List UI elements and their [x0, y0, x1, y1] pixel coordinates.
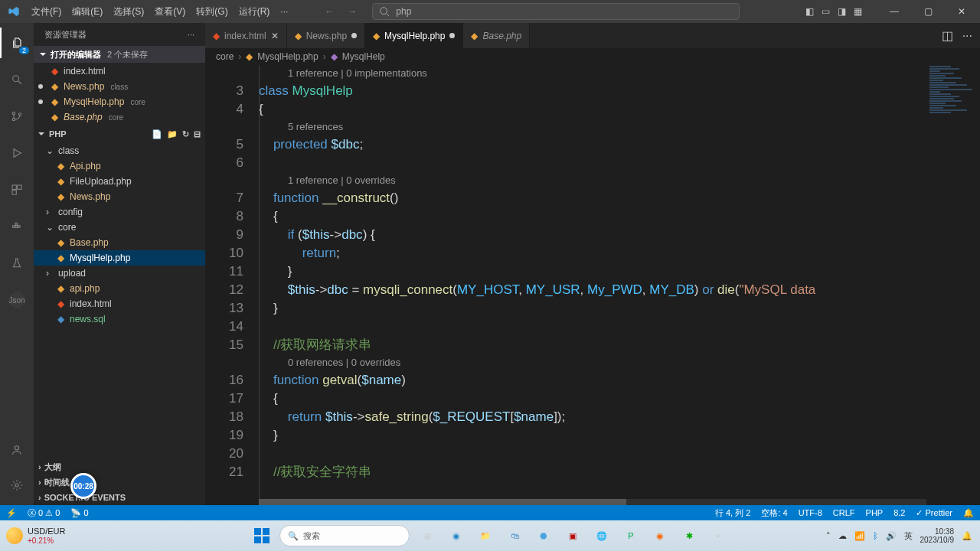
indentation[interactable]: 空格: 4	[761, 507, 787, 519]
tray-volume-icon[interactable]: 🔊	[886, 531, 897, 541]
open-editor-item[interactable]: ◆Base.phpcore	[34, 109, 205, 125]
file-item[interactable]: ◆Api.php	[34, 158, 205, 174]
code-editor[interactable]: 3 4 5 6 7 8 9 10 11 12 13 14 15 16 17 18…	[205, 65, 980, 505]
breadcrumb-item[interactable]: MysqlHelp	[342, 51, 385, 62]
refresh-icon[interactable]: ↻	[182, 129, 189, 139]
cursor-position[interactable]: 行 4, 列 2	[715, 507, 750, 519]
minimap[interactable]	[926, 65, 980, 494]
tray-bluetooth-icon[interactable]: ᛒ	[873, 531, 878, 540]
activity-scm[interactable]	[0, 101, 34, 132]
more-actions-icon[interactable]: ···	[962, 29, 972, 43]
new-folder-icon[interactable]: 📁	[167, 129, 178, 139]
file-item[interactable]: ◆Base.php	[34, 235, 205, 250]
tab-mysqlhelp-php[interactable]: ◆MysqlHelp.php	[365, 23, 463, 48]
file-item[interactable]: ◆FileUpload.php	[34, 174, 205, 189]
file-item[interactable]: ◆news.sql	[34, 311, 205, 327]
notifications-icon[interactable]: 🔔	[963, 508, 974, 518]
layout-customize-icon[interactable]: ▦	[854, 6, 862, 17]
horizontal-scrollbar[interactable]	[259, 499, 926, 505]
tray-ime-icon[interactable]: 英	[904, 530, 913, 542]
menu-view[interactable]: 查看(V)	[150, 2, 190, 21]
folder-config[interactable]: ›config	[34, 204, 205, 220]
close-icon[interactable]: ✕	[271, 31, 279, 41]
tray-onedrive-icon[interactable]: ☁	[838, 531, 847, 541]
tray-chevron-icon[interactable]: ˄	[826, 531, 831, 541]
activity-docker[interactable]	[0, 211, 34, 242]
ports[interactable]: 📡 0	[70, 508, 88, 518]
window-maximize-icon[interactable]: ▢	[913, 0, 943, 23]
activity-json[interactable]: Json	[0, 285, 34, 315]
open-editor-item[interactable]: ◆index.html	[34, 64, 205, 79]
tray-notifications-icon[interactable]: 🔔	[962, 531, 972, 541]
codelens[interactable]: 5 references	[288, 121, 343, 132]
task-view-icon[interactable]: ⊞	[416, 524, 439, 547]
workspace-root-header[interactable]: PHP 📄 📁 ↻ ⊟	[34, 126, 205, 142]
file-item[interactable]: ◆index.html	[34, 296, 205, 311]
nav-forward-icon[interactable]: →	[348, 6, 357, 17]
taskbar-app-explorer[interactable]: 📁	[474, 524, 497, 547]
menu-select[interactable]: 选择(S)	[109, 2, 149, 21]
layout-panel-icon[interactable]: ▭	[822, 6, 830, 17]
activity-search[interactable]	[0, 64, 34, 95]
codelens[interactable]: 1 reference | 0 overrides	[288, 174, 396, 186]
file-item[interactable]: ◆News.php	[34, 189, 205, 204]
problems-errors[interactable]: ⓧ 0 ⚠ 0	[28, 507, 60, 519]
taskbar-app-p[interactable]: P	[619, 524, 642, 547]
breadcrumb-item[interactable]: MysqlHelp.php	[257, 51, 318, 62]
sidebar-more-icon[interactable]: ···	[188, 30, 194, 39]
socketio-section[interactable]: ›SOCKET.IO EVENTS	[34, 490, 205, 505]
command-center-search[interactable]: php	[372, 3, 740, 20]
file-item[interactable]: ◆api.php	[34, 281, 205, 296]
tab-index-html[interactable]: ◆index.html✕	[205, 23, 287, 48]
activity-debug[interactable]	[0, 138, 34, 168]
breadcrumb-item[interactable]: core	[216, 51, 234, 62]
encoding[interactable]: UTF-8	[799, 508, 822, 517]
start-button[interactable]	[250, 524, 273, 547]
taskbar-search[interactable]: 🔍搜索	[279, 525, 410, 546]
split-editor-icon[interactable]: ◫	[942, 28, 953, 43]
activity-explorer[interactable]: 2	[0, 28, 34, 58]
remote-indicator[interactable]: ⚡	[6, 508, 17, 518]
taskbar-app-wechat[interactable]: ✱	[678, 524, 701, 547]
taskbar-app-edge[interactable]: ◉	[445, 524, 468, 547]
menu-overflow[interactable]: ···	[274, 3, 294, 20]
taskbar-app-store[interactable]: 🛍	[503, 524, 526, 547]
taskbar-app-filezilla[interactable]: ▣	[561, 524, 584, 547]
activity-account[interactable]	[0, 435, 34, 465]
timeline-section[interactable]: ›时间线	[34, 474, 205, 490]
codelens[interactable]: 1 reference | 0 implementations	[288, 67, 427, 79]
activity-test[interactable]	[0, 248, 34, 279]
file-item-selected[interactable]: ◆MysqlHelp.php	[34, 250, 205, 266]
php-version[interactable]: 8.2	[893, 508, 905, 517]
folder-class[interactable]: ⌄class	[34, 143, 205, 158]
outline-section[interactable]: ›大纲	[34, 459, 205, 474]
eol[interactable]: CRLF	[833, 508, 855, 517]
menu-goto[interactable]: 转到(G)	[191, 2, 232, 21]
prettier[interactable]: ✓ Prettier	[916, 508, 952, 518]
scrollbar-thumb[interactable]	[259, 499, 626, 505]
taskbar-app-chrome[interactable]: 🌐	[590, 524, 613, 547]
tray-network-icon[interactable]: 📶	[854, 531, 865, 541]
taskbar-app-postman[interactable]: ◉	[648, 524, 671, 547]
folder-core[interactable]: ⌄core	[34, 220, 205, 235]
nav-back-icon[interactable]: ←	[325, 6, 334, 17]
breadcrumb[interactable]: core› ◆MysqlHelp.php› ◆MysqlHelp	[205, 48, 980, 65]
activity-extensions[interactable]	[0, 174, 34, 205]
layout-sidebar-right-icon[interactable]: ◨	[838, 6, 846, 17]
menu-edit[interactable]: 编辑(E)	[67, 2, 107, 21]
taskbar-widget[interactable]: USD/EUR +0.21%	[0, 527, 66, 544]
language-mode[interactable]: PHP	[866, 508, 884, 517]
collapse-all-icon[interactable]: ⊟	[194, 129, 201, 139]
menu-file[interactable]: 文件(F)	[27, 2, 66, 21]
open-editor-item[interactable]: ◆MysqlHelp.phpcore	[34, 94, 205, 109]
layout-sidebar-left-icon[interactable]: ◧	[805, 6, 814, 17]
open-editors-header[interactable]: 打开的编辑器 2 个未保存	[34, 46, 205, 63]
taskbar-app-vscode[interactable]: ⬣	[532, 524, 555, 547]
new-file-icon[interactable]: 📄	[152, 129, 162, 139]
tab-base-php[interactable]: ◆Base.php	[463, 23, 530, 48]
activity-settings[interactable]	[0, 470, 34, 500]
recording-timer-badge[interactable]: 00:28	[70, 473, 96, 499]
menu-run[interactable]: 运行(R)	[234, 2, 275, 21]
open-editor-item[interactable]: ◆News.phpclass	[34, 79, 205, 94]
tab-news-php[interactable]: ◆News.php	[287, 23, 365, 48]
